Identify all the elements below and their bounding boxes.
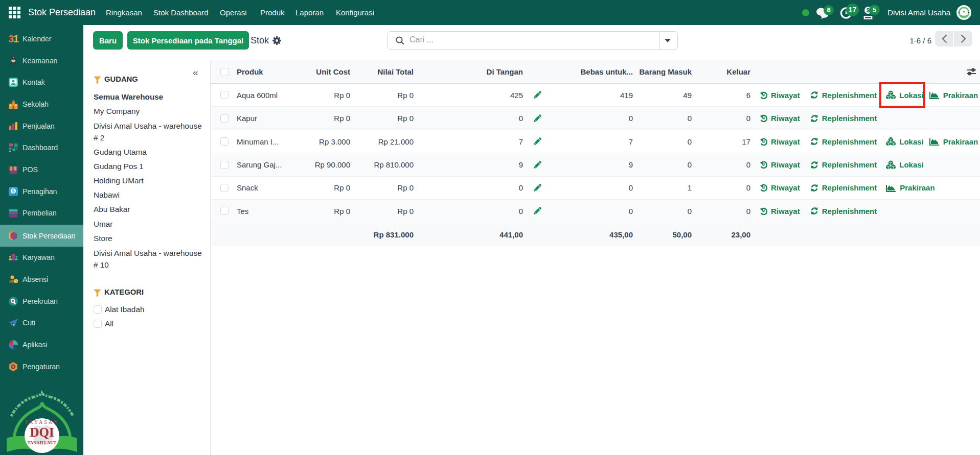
svg-text:DQI: DQI <box>30 425 54 439</box>
svg-text:$: $ <box>12 188 14 194</box>
svg-text:TANAH LAUT: TANAH LAUT <box>28 440 57 445</box>
svg-text:YAYASAN: YAYASAN <box>25 420 59 425</box>
